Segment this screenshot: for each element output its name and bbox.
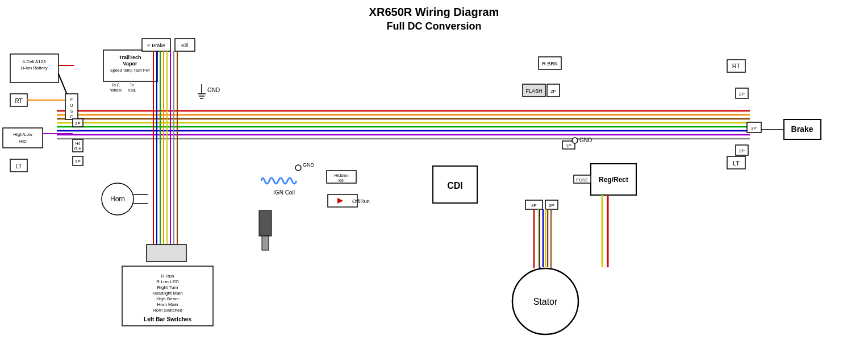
- rt-left-label: RT: [15, 98, 22, 104]
- ign-coil-spring: [261, 178, 297, 184]
- stator-label: Stator: [533, 297, 558, 307]
- to-rad-label2: Rad.: [128, 88, 136, 92]
- 2p-right-bottom-label: 2P: [739, 148, 745, 154]
- flash-label: FLASH: [525, 88, 542, 94]
- switch-right-turn: Right Turn: [157, 285, 178, 290]
- trailtech-label2: Vapor: [123, 61, 137, 67]
- diagram-title: XR650R Wiring Diagram: [369, 6, 499, 18]
- 4p-label: 4P: [531, 203, 537, 208]
- switch-r-run: R Run: [161, 274, 174, 279]
- rt-right-label: RT: [732, 63, 741, 69]
- r-brk-label: R BRK: [542, 61, 558, 67]
- spark-plug-body: [259, 210, 272, 236]
- horn-label: Horn: [110, 195, 125, 203]
- h4-label2: G H: [74, 147, 81, 151]
- wiring-diagram: XR650R Wiring Diagram Full DC Conversion…: [0, 0, 868, 352]
- highlow-box: [3, 128, 43, 148]
- 2p-flash-label: 2P: [550, 89, 556, 94]
- cdi-label: CDI: [447, 181, 463, 191]
- hidden-label: Hidden: [334, 173, 348, 178]
- kill-label2: Kill: [339, 178, 345, 183]
- fuse-left-label4: E: [70, 115, 73, 119]
- left-harness-connector: [147, 245, 186, 262]
- fuse-left-label: F: [70, 98, 73, 102]
- to-rad-label: To: [130, 83, 134, 87]
- 2p-stator-label: 2P: [549, 203, 554, 208]
- 2p-left-label: 2P: [75, 121, 81, 126]
- brake-label: Brake: [791, 125, 813, 134]
- switch-high-beam: High Beam: [156, 296, 179, 301]
- switch-horn-switched: Horn Switched: [153, 308, 182, 313]
- to-wheel-label: To F.: [112, 83, 120, 87]
- switch-headlight: Headlight Main: [152, 291, 182, 296]
- lt-left-label: LT: [16, 163, 22, 169]
- gnd-circle-right: [572, 138, 578, 143]
- h4-label: H4: [76, 142, 81, 146]
- 3p-left-label: 3P: [75, 159, 81, 164]
- gnd-label-ign: GND: [303, 162, 315, 168]
- switch-horn-main: Horn Main: [157, 302, 178, 307]
- trailtech-sub: Speed Temp Tach Pwr: [110, 68, 150, 73]
- ign-coil-label: IGN Coil: [273, 189, 295, 196]
- fuse-left-label2: U: [70, 103, 73, 107]
- battery-label: 4-Cell A123: [22, 59, 46, 64]
- off-run-label: Off/Run: [352, 198, 370, 204]
- f-brake-label: F Brake: [147, 43, 165, 48]
- kill-label: Kill: [181, 43, 188, 48]
- reg-rect-label: Reg/Rect: [599, 176, 628, 184]
- 2p-right-top-label: 2P: [739, 92, 745, 97]
- highlow-label2: HID: [19, 139, 27, 144]
- 3p-right-label: 3P: [751, 126, 757, 131]
- 1p-label: 1P: [566, 143, 571, 148]
- to-wheel-label2: Wheel: [110, 88, 122, 92]
- lt-right-label: LT: [733, 160, 740, 167]
- gnd-label-left: GND: [207, 87, 220, 93]
- battery-label2: Li-Ion Battery: [20, 65, 48, 71]
- diagram-subtitle: Full DC Conversion: [386, 20, 481, 32]
- fuse-left-label3: S: [70, 109, 73, 113]
- highlow-label: High/Low: [13, 132, 32, 137]
- fuse-right-label: FUSE: [576, 177, 588, 183]
- gnd-dot-ign: [295, 165, 301, 171]
- left-bar-label: Left Bar Switches: [144, 316, 191, 322]
- spark-plug-tip: [262, 236, 269, 250]
- switch-r-lrm: R Lrm LED: [156, 279, 179, 284]
- trailtech-label: TrailTech: [119, 55, 141, 60]
- gnd-label-right: GND: [579, 137, 592, 143]
